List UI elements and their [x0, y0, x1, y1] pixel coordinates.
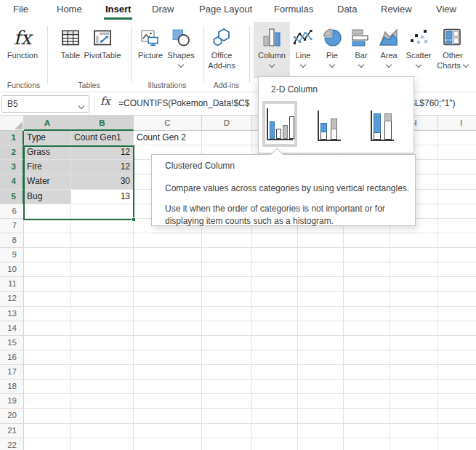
cell-C18[interactable] — [134, 379, 202, 394]
cell-C21[interactable] — [134, 424, 202, 438]
column-header-B[interactable]: B — [71, 116, 134, 131]
cell-D8[interactable] — [202, 233, 252, 248]
name-box[interactable]: B5 — [1, 95, 89, 113]
cell-E11[interactable] — [252, 277, 298, 292]
cell-G10[interactable] — [344, 262, 390, 277]
row-header-16[interactable]: 16 — [0, 350, 24, 365]
cell-A11[interactable] — [24, 277, 71, 292]
cell-I1[interactable] — [438, 131, 476, 145]
cell-B12[interactable] — [71, 292, 134, 306]
cell-E19[interactable] — [252, 394, 298, 409]
cell-B18[interactable] — [71, 379, 134, 394]
picture-button[interactable]: Picture — [133, 22, 168, 79]
cell-E10[interactable] — [252, 262, 298, 277]
cell-H18[interactable] — [390, 379, 438, 394]
cell-A14[interactable] — [24, 321, 71, 336]
cell-G8[interactable] — [344, 233, 390, 248]
scatter-chart-button[interactable]: Scatter — [403, 22, 435, 79]
cell-A15[interactable] — [24, 336, 71, 350]
cell-I10[interactable] — [438, 262, 476, 277]
cell-H10[interactable] — [390, 262, 438, 277]
tab-file[interactable]: File — [13, 0, 28, 20]
cell-B17[interactable] — [71, 365, 134, 379]
cell-C16[interactable] — [134, 350, 202, 365]
row-header-20[interactable]: 20 — [0, 409, 24, 423]
cell-G21[interactable] — [344, 424, 390, 438]
cell-A3[interactable]: Fire — [24, 160, 71, 174]
row-header-10[interactable]: 10 — [0, 262, 24, 277]
tab-data[interactable]: Data — [337, 0, 357, 20]
row-header-17[interactable]: 17 — [0, 365, 24, 379]
insert-function-icon[interactable]: fx — [100, 95, 110, 108]
row-header-6[interactable]: 6 — [0, 204, 24, 219]
cell-E17[interactable] — [252, 365, 298, 379]
cell-A10[interactable] — [24, 262, 71, 277]
cell-H11[interactable] — [390, 277, 438, 292]
cell-F17[interactable] — [298, 365, 344, 379]
cell-F8[interactable] — [298, 233, 344, 248]
cell-E14[interactable] — [252, 321, 298, 336]
cell-F11[interactable] — [298, 277, 344, 292]
select-all-corner[interactable] — [0, 116, 24, 131]
cell-E20[interactable] — [252, 409, 298, 423]
cell-F21[interactable] — [298, 424, 344, 438]
cell-B5-active[interactable]: 13 — [71, 190, 134, 204]
cell-C12[interactable] — [134, 292, 202, 306]
row-header-15[interactable]: 15 — [0, 336, 24, 350]
cell-I2[interactable] — [438, 145, 476, 160]
cell-F14[interactable] — [298, 321, 344, 336]
cell-C13[interactable] — [134, 307, 202, 321]
cell-I5[interactable] — [438, 190, 476, 204]
cell-B10[interactable] — [71, 262, 134, 277]
cell-C19[interactable] — [134, 394, 202, 409]
cell-G9[interactable] — [344, 248, 390, 262]
cell-B1[interactable]: Count Gen1 — [71, 131, 134, 145]
cell-D20[interactable] — [202, 409, 252, 423]
cell-H8[interactable] — [390, 233, 438, 248]
cell-B16[interactable] — [71, 350, 134, 365]
cell-I11[interactable] — [438, 277, 476, 292]
column-header-D[interactable]: D — [202, 116, 252, 131]
cell-G15[interactable] — [344, 336, 390, 350]
cell-A5[interactable]: Bug — [24, 190, 71, 204]
cell-I21[interactable] — [438, 424, 476, 438]
row-header-21[interactable]: 21 — [0, 424, 24, 438]
cell-B11[interactable] — [71, 277, 134, 292]
cell-D16[interactable] — [202, 350, 252, 365]
row-header-13[interactable]: 13 — [0, 307, 24, 321]
cell-H9[interactable] — [390, 248, 438, 262]
cell-H12[interactable] — [390, 292, 438, 306]
cell-A20[interactable] — [24, 409, 71, 423]
shapes-button[interactable]: Shapes — [164, 22, 198, 79]
cell-A7[interactable] — [24, 219, 71, 233]
cell-G18[interactable] — [344, 379, 390, 394]
cell-E15[interactable] — [252, 336, 298, 350]
cell-D9[interactable] — [202, 248, 252, 262]
cell-C17[interactable] — [134, 365, 202, 379]
tab-view[interactable]: View — [436, 0, 456, 20]
cell-I3[interactable] — [438, 160, 476, 174]
tab-page-layout[interactable]: Page Layout — [199, 0, 252, 20]
bar-chart-button[interactable]: Bar — [349, 22, 374, 79]
cell-C15[interactable] — [134, 336, 202, 350]
cell-A17[interactable] — [24, 365, 71, 379]
cell-F20[interactable] — [298, 409, 344, 423]
cell-A2[interactable]: Grass — [24, 145, 71, 160]
cell-D15[interactable] — [202, 336, 252, 350]
cell-E9[interactable] — [252, 248, 298, 262]
column-header-I[interactable]: I — [438, 116, 476, 131]
cell-G12[interactable] — [344, 292, 390, 306]
cell-H13[interactable] — [390, 307, 438, 321]
cell-G22[interactable] — [344, 438, 390, 450]
cell-E18[interactable] — [252, 379, 298, 394]
cell-A8[interactable] — [24, 233, 71, 248]
row-header-11[interactable]: 11 — [0, 277, 24, 292]
cell-I7[interactable] — [438, 219, 476, 233]
cell-I6[interactable] — [438, 204, 476, 219]
area-chart-button[interactable]: Area — [375, 22, 403, 79]
cell-B13[interactable] — [71, 307, 134, 321]
cell-D13[interactable] — [202, 307, 252, 321]
tab-insert[interactable]: Insert — [105, 0, 131, 20]
cell-B14[interactable] — [71, 321, 134, 336]
cell-E12[interactable] — [252, 292, 298, 306]
